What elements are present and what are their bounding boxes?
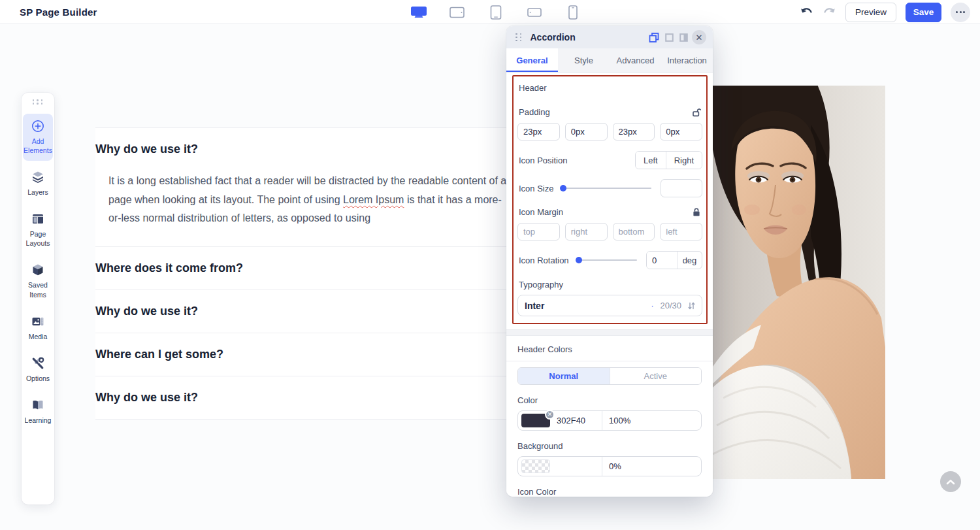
- icon-margin-bottom-input[interactable]: [613, 223, 655, 240]
- sidebar-item-layers[interactable]: Layers: [23, 165, 53, 203]
- sidebar-item-label: Page Layouts: [24, 229, 52, 248]
- dock-right-icon[interactable]: [679, 33, 688, 42]
- padding-inputs: [517, 123, 702, 141]
- device-tablet-portrait-icon[interactable]: [487, 5, 504, 20]
- sidebar-item-add-elements[interactable]: Add Elements: [23, 114, 53, 161]
- tab-advanced[interactable]: Advanced: [610, 48, 661, 72]
- state-toggle: Normal Active: [517, 367, 702, 385]
- typography-separator-dot: ·: [651, 301, 653, 310]
- accordion-widget: Why do we use it? It is a long establish…: [95, 127, 561, 420]
- page-layout-icon: [31, 212, 44, 225]
- tab-interaction[interactable]: Interaction: [661, 48, 713, 72]
- more-options-button[interactable]: [951, 3, 970, 22]
- icon-size-input[interactable]: [661, 179, 702, 197]
- portrait-image: [713, 86, 885, 479]
- accordion-header[interactable]: Why do we use it?: [95, 376, 561, 419]
- redo-icon[interactable]: [823, 7, 836, 17]
- state-normal-button[interactable]: Normal: [518, 368, 610, 384]
- background-swatch[interactable]: [521, 459, 550, 473]
- padding-bottom-input[interactable]: [613, 123, 655, 141]
- sidebar-item-learning[interactable]: Learning: [23, 393, 53, 431]
- device-phone-landscape-icon[interactable]: [526, 5, 543, 20]
- icon-position-right-button[interactable]: Right: [666, 152, 702, 169]
- sidebar-item-label: Media: [29, 332, 48, 341]
- icon-rotation-unit: deg: [677, 252, 702, 269]
- typography-label: Typography: [519, 280, 701, 290]
- unlock-icon[interactable]: [691, 107, 701, 117]
- book-icon: [31, 399, 44, 412]
- icon-rotation-input[interactable]: [647, 252, 677, 269]
- float-mode-icon[interactable]: [649, 33, 659, 42]
- header-colors-section: Header Colors Normal Active Color ✕ 302F…: [506, 344, 713, 497]
- background-label: Background: [517, 441, 702, 451]
- icon-margin-left-input[interactable]: [660, 223, 702, 240]
- slider-knob[interactable]: [576, 257, 582, 263]
- clear-color-icon[interactable]: ✕: [545, 410, 555, 420]
- typography-size-value: 20/30: [660, 301, 681, 310]
- accordion-item: Where does it come from?: [95, 246, 561, 290]
- accordion-item: Why do we use it?: [95, 290, 561, 333]
- color-opacity-value[interactable]: 100%: [602, 411, 701, 430]
- lock-icon[interactable]: [692, 207, 701, 217]
- accordion-header[interactable]: Where does it come from?: [95, 247, 561, 290]
- tools-icon: [31, 357, 44, 370]
- icon-margin-label: Icon Margin: [519, 207, 563, 217]
- topbar-actions: Preview Save: [800, 0, 970, 24]
- color-hex-value[interactable]: 302F40: [557, 416, 585, 425]
- device-switcher: [410, 0, 581, 24]
- panel-header: Accordion ✕: [506, 26, 713, 48]
- panel-close-button[interactable]: ✕: [692, 30, 706, 44]
- dock-left-icon[interactable]: [665, 33, 674, 42]
- panel-title: Accordion: [531, 32, 576, 42]
- panel-drag-handle-icon[interactable]: [515, 33, 523, 42]
- background-opacity-value[interactable]: 0%: [602, 457, 701, 476]
- icon-position-segment: Left Right: [635, 151, 702, 169]
- icon-margin-inputs: [517, 223, 702, 240]
- accordion-header[interactable]: Why do we use it?: [95, 290, 561, 333]
- sidebar-drag-handle-icon[interactable]: [33, 99, 44, 105]
- sidebar-item-saved-items[interactable]: Saved Items: [23, 257, 53, 305]
- tab-general[interactable]: General: [506, 48, 558, 72]
- undo-icon[interactable]: [800, 7, 813, 17]
- device-desktop-icon[interactable]: [410, 5, 427, 20]
- device-tablet-landscape-icon[interactable]: [449, 5, 466, 20]
- padding-top-input[interactable]: [517, 123, 560, 141]
- padding-right-input[interactable]: [565, 123, 608, 141]
- accordion-item: Where can I get some?: [95, 333, 561, 376]
- preview-button[interactable]: Preview: [845, 3, 896, 22]
- sidebar-item-page-layouts[interactable]: Page Layouts: [23, 207, 53, 254]
- icon-margin-right-input[interactable]: [565, 223, 608, 240]
- sidebar-item-media[interactable]: Media: [23, 309, 53, 347]
- scroll-to-top-button[interactable]: [940, 471, 961, 492]
- color-swatch[interactable]: ✕: [521, 414, 550, 427]
- panel-body: Header Padding Icon Position Left Right: [506, 73, 713, 497]
- icon-rotation-slider[interactable]: [577, 259, 637, 261]
- accordion-settings-panel: Accordion ✕ General Style Advanced Inter…: [506, 26, 713, 497]
- icon-size-slider[interactable]: [561, 188, 651, 189]
- save-button[interactable]: Save: [906, 3, 941, 22]
- chevron-up-icon: [946, 479, 955, 485]
- panel-window-controls: [649, 33, 688, 42]
- builder-sidebar: Add Elements Layers Page Layouts Saved I…: [22, 93, 54, 505]
- layers-icon: [31, 171, 44, 184]
- accordion-header[interactable]: Where can I get some?: [95, 333, 561, 376]
- sidebar-item-label: Saved Items: [24, 280, 52, 299]
- icon-position-left-button[interactable]: Left: [636, 152, 666, 169]
- color-picker-control[interactable]: ✕ 302F40 100%: [517, 410, 702, 431]
- icon-margin-top-input[interactable]: [517, 223, 560, 240]
- state-active-button[interactable]: Active: [610, 368, 702, 384]
- typography-control[interactable]: Inter · 20/30: [517, 295, 702, 316]
- icon-rotation-input-group: deg: [646, 251, 702, 269]
- panel-tabs: General Style Advanced Interaction: [506, 48, 713, 73]
- background-picker-control[interactable]: 0%: [517, 456, 702, 476]
- plus-circle-icon: [31, 120, 44, 133]
- slider-knob[interactable]: [560, 185, 566, 191]
- tab-style[interactable]: Style: [558, 48, 610, 72]
- device-phone-portrait-icon[interactable]: [564, 5, 581, 20]
- color-label: Color: [517, 395, 702, 405]
- section-title: Header: [519, 83, 701, 93]
- padding-left-input[interactable]: [660, 123, 702, 141]
- accordion-header[interactable]: Why do we use it?: [95, 128, 561, 171]
- sliders-icon: [688, 302, 695, 310]
- sidebar-item-options[interactable]: Options: [23, 351, 53, 389]
